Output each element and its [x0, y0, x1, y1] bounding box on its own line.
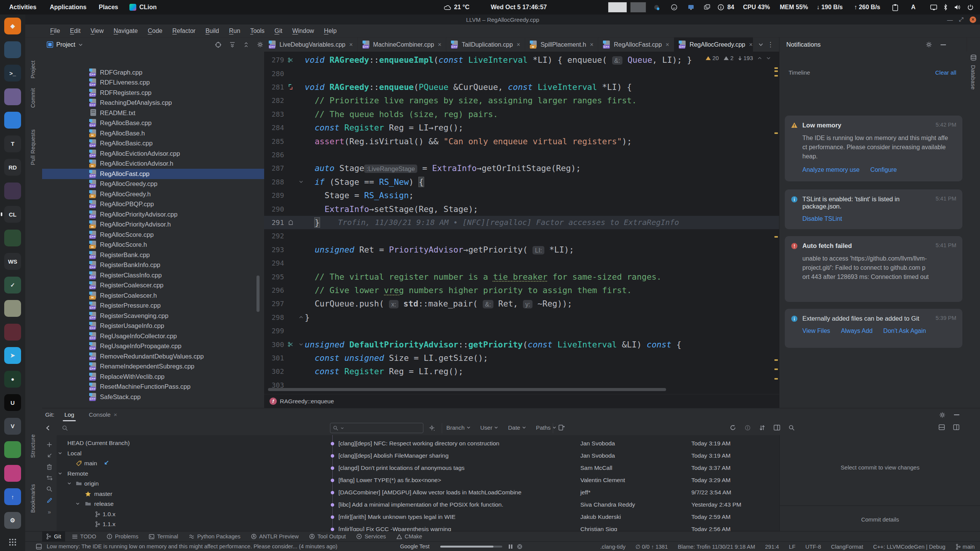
fold-marker[interactable] — [297, 180, 305, 183]
cpu-indicator[interactable]: CPU 43% — [743, 0, 770, 15]
git-panel-settings-icon[interactable] — [939, 412, 946, 418]
notification-card-4[interactable]: Externally added files can be added to G… — [785, 309, 962, 348]
warning-stripe-mark[interactable] — [774, 70, 778, 72]
code-line-280[interactable]: 280 — [264, 67, 779, 80]
sidebar-item-commit[interactable]: Commit — [30, 88, 36, 108]
code-line-298[interactable]: 298} — [264, 311, 779, 324]
show-applications-icon[interactable] — [4, 534, 21, 551]
tree-file-README.txt[interactable]: README.txt — [42, 108, 264, 118]
branch-row-1.1.x[interactable]: 1.1.x — [57, 519, 325, 530]
tool-window-button-services[interactable]: Services — [353, 531, 390, 542]
filter-date[interactable]: Date — [508, 424, 526, 431]
tree-file-ReplaceWithVeclib.cpp[interactable]: C++ReplaceWithVeclib.cpp — [42, 372, 264, 382]
tree-file-RegUsageInfoPropagate.cpp[interactable]: C++RegUsageInfoPropagate.cpp — [42, 341, 264, 352]
long-edges-icon[interactable] — [789, 425, 795, 431]
tray-icon-1[interactable] — [653, 0, 660, 15]
tree-file-RegAllocScore.cpp[interactable]: C++RegAllocScore.cpp — [42, 230, 264, 240]
workspace-switcher[interactable] — [608, 0, 646, 15]
code-line-301[interactable]: 301 const unsigned Size = LI.getSize(); — [264, 351, 779, 365]
volume-icon[interactable] — [954, 0, 961, 15]
status-item-3[interactable]: Blame: Trofin 11/30/21 9:18 AM — [678, 544, 755, 550]
menu-refactor[interactable]: Refactor — [168, 26, 199, 36]
code-line-285[interactable]: 285 assert(Reg.isVirtual() && "Can only … — [264, 134, 779, 148]
dock-icon-4[interactable] — [4, 88, 21, 105]
tree-file-RegisterCoalescer.cpp[interactable]: C++RegisterCoalescer.cpp — [42, 280, 264, 291]
tab-SpillPlacement.h[interactable]: HSpillPlacement.h× — [525, 37, 599, 52]
tab-RegAllocGreedy.cpp[interactable]: C++RegAllocGreedy.cpp× — [674, 37, 758, 52]
menu-window[interactable]: Window — [288, 26, 318, 36]
dock-icon-15[interactable]: ➤ — [4, 347, 21, 364]
status-item-1[interactable]: .clang-tidy — [600, 544, 626, 550]
notification-link-always-add[interactable]: Always Add — [841, 328, 873, 334]
display-icon[interactable] — [930, 0, 938, 15]
warning-stripe-mark[interactable] — [774, 378, 778, 380]
tree-file-RemoveRedundantDebugValues.cpp[interactable]: C++RemoveRedundantDebugValues.cpp — [42, 351, 264, 362]
filter-paths[interactable]: Paths — [536, 424, 556, 431]
commit-row-3[interactable]: [clangd] Don't print locations of anonym… — [328, 462, 777, 474]
branch-row-Remote[interactable]: Remote — [57, 469, 325, 479]
notification-link-view-files[interactable]: View Files — [802, 328, 830, 334]
hide-notifications-icon[interactable] — [941, 44, 946, 46]
tree-file-RegisterBank.cpp[interactable]: C++RegisterBank.cpp — [42, 250, 264, 260]
warning-stripe-mark[interactable] — [774, 75, 778, 77]
code-line-296[interactable]: 296 // Give lower vreg numbers higher pr… — [264, 284, 779, 297]
dock-icon-21[interactable]: ↑ — [4, 488, 21, 505]
tree-file-RegisterPressure.cpp[interactable]: C++RegisterPressure.cpp — [42, 301, 264, 311]
tray-icon-2[interactable] — [671, 0, 678, 15]
tree-file-RegAllocEvictionAdvisor.h[interactable]: HRegAllocEvictionAdvisor.h — [42, 159, 264, 169]
branch-row-main[interactable]: main↙ — [57, 458, 325, 469]
tree-file-RegisterScavenging.cpp[interactable]: C++RegisterScavenging.cpp — [42, 311, 264, 321]
warning-stripe-mark[interactable] — [774, 67, 778, 69]
close-tab-icon[interactable]: × — [517, 41, 520, 48]
tree-file-RegAllocPriorityAdvisor.cpp[interactable]: C++RegAllocPriorityAdvisor.cpp — [42, 209, 264, 220]
status-memory-message[interactable]: Low memory: The IDE is running low on me… — [47, 543, 337, 549]
filter-branch[interactable]: Branch — [446, 424, 470, 431]
active-app-menu[interactable]: CLion — [129, 0, 157, 15]
tab-TailDuplication.cpp[interactable]: C++TailDuplication.cpp× — [446, 37, 525, 52]
tree-file-RegAllocGreedy.cpp[interactable]: C++RegAllocGreedy.cpp — [42, 179, 264, 189]
sort-icon[interactable] — [759, 425, 765, 431]
code-editor[interactable]: 202193 279void RAGreedy::enqueueImpl(con… — [264, 52, 779, 394]
close-tab-icon[interactable]: × — [749, 41, 753, 48]
project-panel-header[interactable]: Project — [42, 37, 264, 52]
branch-row-origin[interactable]: origin — [57, 479, 325, 489]
tool-window-button-antlr-preview[interactable]: ANTLR Preview — [247, 531, 302, 542]
branch-search-icon[interactable] — [62, 425, 68, 431]
commit-row-2[interactable]: [clang][deps] Abolish FileManager sharin… — [328, 450, 777, 462]
database-icon[interactable] — [970, 54, 977, 61]
code-line-290[interactable]: 290 ExtraInfo→setStage(Reg, Stage); — [264, 202, 779, 215]
places-menu[interactable]: Places — [99, 0, 118, 15]
code-line-284[interactable]: 284 const Register Reg = LI→reg(); — [264, 121, 779, 134]
clipboard-icon[interactable] — [892, 0, 898, 15]
status-item-9[interactable]: main — [956, 544, 975, 550]
system-info-indicator[interactable]: 84 — [717, 0, 734, 15]
keyboard-layout-indicator[interactable]: A — [911, 0, 916, 15]
tree-file-RegAllocPriorityAdvisor.h[interactable]: HRegAllocPriorityAdvisor.h — [42, 220, 264, 230]
checkout-icon[interactable] — [47, 453, 52, 458]
cancel-task-icon[interactable] — [517, 544, 523, 549]
code-line-291[interactable]: 291 }Trofin, 11/30/21 9:18 AM • [NFC][re… — [264, 216, 779, 229]
close-tab-icon[interactable]: × — [590, 41, 593, 48]
network-up-indicator[interactable]: ↑ 260 B/s — [854, 0, 880, 15]
tree-file-RegisterBankInfo.cpp[interactable]: C++RegisterBankInfo.cpp — [42, 260, 264, 271]
tab-options-kebab-icon[interactable]: ⋮ — [767, 41, 774, 49]
tree-file-RDFLiveness.cpp[interactable]: C++RDFLiveness.cpp — [42, 78, 264, 88]
details-view-icon[interactable] — [774, 425, 780, 430]
commit-row-8[interactable]: [mlir][gpu] Fix GCC -Wparenthesis warnin… — [328, 523, 777, 531]
warning-stripe-mark[interactable] — [774, 368, 778, 370]
branch-row-Local[interactable]: Local — [57, 448, 325, 459]
status-item-7[interactable]: ClangFormat — [831, 544, 863, 550]
dock-icon-8[interactable] — [4, 183, 21, 199]
tab-LiveDebugVariables.cpp[interactable]: C++LiveDebugVariables.cpp× — [264, 37, 358, 52]
code-line-281[interactable]: 281void RAGreedy::enqueue(PQueue &CurQue… — [264, 80, 779, 94]
notification-card-3[interactable]: Auto fetch failed5:41 PMunable to access… — [785, 236, 962, 302]
editor-error-stripe[interactable] — [774, 52, 779, 394]
status-item-8[interactable]: C++: LLVMCodeGen | Debug — [873, 544, 946, 550]
code-line-303[interactable]: 303 — [264, 378, 779, 392]
dock-icon-17[interactable]: U — [4, 394, 21, 411]
tree-file-SafeStack.cpp[interactable]: C++SafeStack.cpp — [42, 392, 264, 402]
tab-list-chevron-icon[interactable] — [758, 43, 763, 46]
code-line-297[interactable]: 297 CurQueue.push( x: std::make_pair( &:… — [264, 297, 779, 310]
dock-icon-10[interactable] — [4, 230, 21, 246]
dock-icon-1[interactable]: ◆ — [4, 18, 21, 34]
